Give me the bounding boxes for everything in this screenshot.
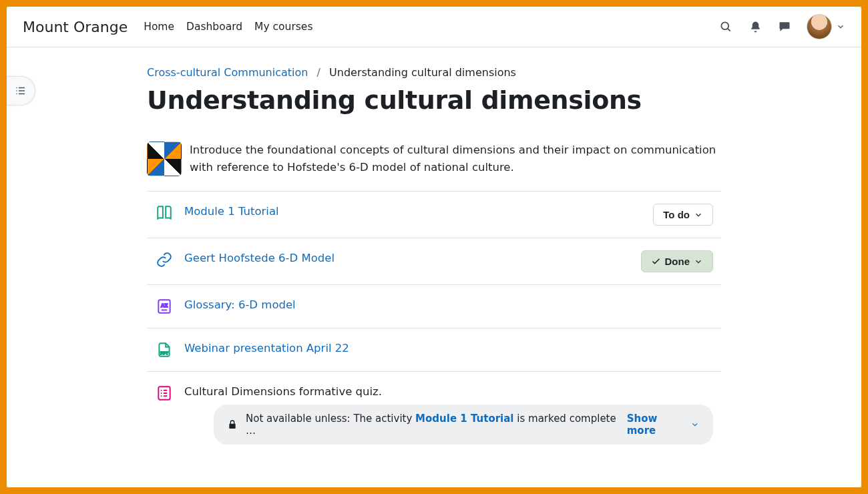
glossary-icon: AZ — [155, 297, 174, 316]
svg-text:PPT: PPT — [160, 351, 168, 355]
page-title: Understanding cultural dimensions — [147, 85, 721, 115]
activity-link[interactable]: Webinar presentation April 22 — [184, 342, 349, 354]
restriction-banner: Not available unless: The activity Modul… — [214, 405, 713, 445]
breadcrumb-separator: / — [317, 66, 320, 79]
main-content: Cross-cultural Communication / Understan… — [134, 47, 734, 483]
svg-point-0 — [721, 22, 728, 29]
section-image — [147, 142, 182, 176]
section-description: Introduce the foundational concepts of c… — [190, 142, 721, 176]
quiz-icon — [155, 384, 174, 403]
bell-icon[interactable] — [748, 19, 763, 34]
navbar-right — [718, 14, 845, 39]
navbar: Mount Orange Home Dashboard My courses — [7, 7, 861, 47]
book-icon — [155, 204, 174, 222]
activity-title-locked: Cultural Dimensions formative quiz. — [184, 385, 713, 398]
course-index-toggle[interactable] — [7, 76, 35, 105]
messages-icon[interactable] — [777, 19, 792, 34]
check-icon — [651, 256, 661, 266]
file-ppt-icon: PPT — [155, 340, 174, 359]
restriction-text: Not available unless: The activity Modul… — [246, 413, 619, 437]
activity-row: Module 1 Tutorial To do — [147, 192, 721, 238]
section-intro: Introduce the foundational concepts of c… — [147, 142, 721, 176]
svg-text:AZ: AZ — [161, 302, 168, 308]
activity-row: Cultural Dimensions formative quiz. Not … — [147, 372, 721, 457]
activity-list: Module 1 Tutorial To do Geert Hoofstede … — [147, 191, 721, 457]
avatar — [807, 14, 832, 39]
app-window: Mount Orange Home Dashboard My courses — [7, 7, 861, 487]
chevron-down-icon — [694, 210, 703, 220]
activity-row: PPT Webinar presentation April 22 — [147, 328, 721, 372]
restriction-activity-link[interactable]: Module 1 Tutorial — [415, 413, 513, 425]
activity-row: AZ Glossary: 6-D model — [147, 285, 721, 328]
lock-icon — [227, 419, 238, 430]
user-menu[interactable] — [807, 14, 845, 39]
primary-nav: Home Dashboard My courses — [144, 21, 312, 33]
activity-link[interactable]: Module 1 Tutorial — [184, 205, 279, 218]
chevron-down-icon — [690, 420, 700, 429]
site-brand[interactable]: Mount Orange — [23, 19, 128, 35]
svg-line-1 — [728, 29, 730, 31]
activity-row: Geert Hoofstede 6-D Model Done — [147, 238, 721, 285]
breadcrumb-current: Understanding cultural dimensions — [329, 66, 516, 79]
show-more-button[interactable]: Show more — [627, 413, 700, 437]
nav-mycourses[interactable]: My courses — [254, 21, 312, 33]
nav-dashboard[interactable]: Dashboard — [186, 21, 242, 33]
completion-todo-button[interactable]: To do — [653, 204, 713, 226]
completion-label: To do — [663, 209, 690, 220]
activity-link[interactable]: Geert Hoofstede 6-D Model — [184, 252, 335, 264]
search-icon[interactable] — [718, 19, 733, 34]
completion-done-button[interactable]: Done — [641, 250, 714, 272]
breadcrumb: Cross-cultural Communication / Understan… — [147, 66, 721, 79]
chevron-down-icon — [836, 22, 845, 31]
link-icon — [155, 250, 174, 269]
breadcrumb-course-link[interactable]: Cross-cultural Communication — [147, 66, 308, 79]
activity-link[interactable]: Glossary: 6-D model — [184, 298, 296, 311]
nav-home[interactable]: Home — [144, 21, 174, 33]
completion-label: Done — [665, 256, 690, 267]
chevron-down-icon — [694, 257, 703, 266]
